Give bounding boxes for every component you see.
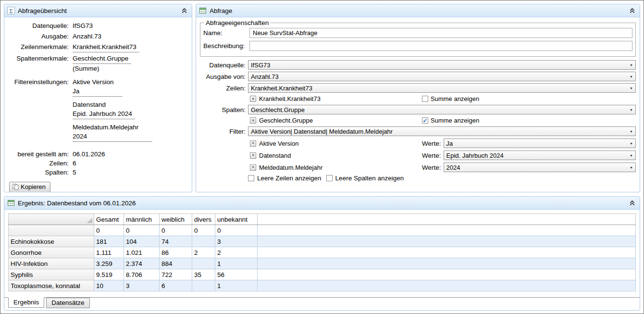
dropdown-arrow-icon xyxy=(630,63,633,67)
field-value: Geschlecht.Gruppe xyxy=(73,54,131,64)
spalten-item-row: Geschlecht.Gruppe Summe anzeigen xyxy=(248,117,636,124)
leere-spalten-checkbox[interactable] xyxy=(326,175,333,181)
summe-anzeigen-spalten-checkbox[interactable] xyxy=(422,117,428,124)
table-row: HIV-Infektion3.2592.3748841 xyxy=(9,258,636,269)
panel-abfrage: Abfrage Abfrageeigenschaften Name: Besch… xyxy=(196,4,640,192)
filter-name: Aktive Version xyxy=(73,77,189,87)
field-label: Zeilen: xyxy=(7,159,73,168)
datenquelle-label: Datenquelle: xyxy=(200,62,248,69)
filter-value: Epid. Jahrbuch 2024 xyxy=(73,110,135,119)
result-panel-title: Ergebnis: Datenbestand vom 06.01.2026 xyxy=(18,200,136,207)
row-label xyxy=(9,225,94,236)
remove-spalten-item-button[interactable] xyxy=(250,117,256,124)
filter-select[interactable]: Aktive Version| Datenstand| Meldedatum.M… xyxy=(248,126,636,136)
tab-datensaetze[interactable]: Datensätze xyxy=(46,298,89,308)
remove-filter-aktive-version-button[interactable] xyxy=(250,140,256,147)
overview-field-ausgabe: Ausgabe: Anzahl.73 xyxy=(7,32,189,41)
spalten-select[interactable]: Geschlecht.Gruppe xyxy=(248,105,636,114)
table-filler-cell xyxy=(258,236,636,247)
table-cell: 1.111 xyxy=(94,247,124,258)
filter-item-label: Meldedatum.Meldejahr xyxy=(259,164,322,171)
table-cell: 722 xyxy=(160,269,192,280)
result-table-body: 00000Echinokokkose181104743Gonorrhoe1.11… xyxy=(9,225,636,291)
panel-ergebnis: Ergebnis: Datenbestand vom 06.01.2026 Ge… xyxy=(4,196,640,311)
beschreibung-row: Beschreibung: xyxy=(203,41,632,51)
table-cell: 2.374 xyxy=(124,258,160,269)
name-input[interactable] xyxy=(249,28,632,38)
column-header-unbekannt: unbekannt xyxy=(215,214,258,225)
table-cell: 884 xyxy=(160,258,192,269)
dropdown-arrow-icon xyxy=(630,130,633,133)
filter-row: Filter: Aktive Version| Datenstand| Meld… xyxy=(200,126,636,136)
field-value: IfSG73 xyxy=(73,21,189,30)
leere-options-row: Leere Zeilen anzeigen Leere Spalten anze… xyxy=(248,175,636,182)
overview-panel-title: Abfrageübersicht xyxy=(18,7,67,14)
table-cell: 3.259 xyxy=(94,258,124,269)
field-value: Anzahl.73 xyxy=(73,32,189,41)
table-filler-cell xyxy=(258,225,636,236)
summe-anzeigen-zeilen-checkbox[interactable] xyxy=(422,96,428,102)
column-header-gesamt: Gesamt xyxy=(94,214,124,225)
collapse-result-button[interactable] xyxy=(629,200,636,207)
table-cell xyxy=(192,236,215,247)
leere-spalten-label: Leere Spalten anzeigen xyxy=(335,175,404,182)
remove-zeilen-item-button[interactable] xyxy=(250,96,256,102)
ausgabe-von-select[interactable]: Anzahl.73 xyxy=(248,72,636,81)
panel-abfrageuebersicht: Σ Abfrageübersicht Datenquelle: IfSG73 A… xyxy=(4,4,192,192)
field-label: bereit gestellt am: xyxy=(7,150,73,159)
table-cell: 0 xyxy=(94,225,124,236)
selected-value: Aktive Version| Datenstand| Meldedatum.M… xyxy=(251,128,393,135)
collapse-overview-button[interactable] xyxy=(181,7,188,14)
double-chevron-up-icon xyxy=(629,7,636,14)
table-cell: 56 xyxy=(215,269,258,280)
field-label: Zeilenmerkmale: xyxy=(7,42,73,52)
field-label: Spaltenmerkmale: xyxy=(7,54,73,73)
filter-value: 2024 xyxy=(73,132,152,142)
field-value: 06.01.2026 xyxy=(73,150,189,159)
table-cell: 181 xyxy=(94,236,124,247)
row-label: Gonorrhoe xyxy=(9,247,94,258)
overview-panel-header: Σ Abfrageübersicht xyxy=(4,4,192,17)
table-cell: 0 xyxy=(160,225,192,236)
zeilen-item-row: Krankheit.Krankheit73 Summe anzeigen xyxy=(248,95,636,102)
double-chevron-up-icon xyxy=(181,7,188,14)
summe-anzeigen-spalten-label: Summe anzeigen xyxy=(431,117,479,124)
table-cell xyxy=(192,258,215,269)
table-cell: 2 xyxy=(192,247,215,258)
selected-value: Geschlecht.Gruppe xyxy=(251,106,305,113)
selected-value: IfSG73 xyxy=(251,62,270,69)
dropdown-arrow-icon xyxy=(630,108,633,112)
leere-zeilen-checkbox[interactable] xyxy=(248,175,254,181)
werte-select-datenstand[interactable]: Epid. Jahrbuch 2024 xyxy=(444,151,636,160)
table-cell: 3 xyxy=(124,280,160,291)
header-filler-cell xyxy=(258,214,636,225)
tab-ergebnis[interactable]: Ergebnis xyxy=(8,297,44,308)
result-panel-body: Gesamt männlich weiblich divers unbekann… xyxy=(4,210,640,310)
field-label: Filtereinstellungen: xyxy=(7,77,73,145)
result-tabstrip: Ergebnis Datensätze xyxy=(4,297,640,310)
spalten-item-label: Geschlecht.Gruppe xyxy=(259,117,313,124)
table-cell: 0 xyxy=(124,225,160,236)
datenquelle-select[interactable]: IfSG73 xyxy=(248,60,636,70)
copy-icon xyxy=(12,184,19,190)
collapse-query-button[interactable] xyxy=(629,7,636,14)
beschreibung-input[interactable] xyxy=(249,41,632,51)
remove-filter-meldejahr-button[interactable] xyxy=(250,164,256,171)
werte-label: Werte: xyxy=(422,164,441,171)
filter-item-label: Datenstand xyxy=(259,152,291,159)
remove-filter-datenstand-button[interactable] xyxy=(250,152,256,159)
werte-select-aktive-version[interactable]: Ja xyxy=(444,138,636,148)
result-panel-header: Ergebnis: Datenbestand vom 06.01.2026 xyxy=(4,197,640,210)
zeilen-select[interactable]: Krankheit.Krankheit73 xyxy=(248,83,636,93)
werte-select-meldejahr[interactable]: 2024 xyxy=(444,163,636,172)
query-panel-header: Abfrage xyxy=(196,4,640,17)
table-filler-cell xyxy=(258,269,636,280)
field-label: Ausgabe: xyxy=(7,32,73,41)
selected-value: Epid. Jahrbuch 2024 xyxy=(446,152,504,159)
overview-field-zeilenmerkmale: Zeilenmerkmale: Krankheit.Krankheit73 xyxy=(7,42,189,52)
zeilen-item-label: Krankheit.Krankheit73 xyxy=(259,95,321,102)
name-label: Name: xyxy=(203,29,249,37)
dropdown-arrow-icon xyxy=(630,142,633,145)
filter-name: Meldedatum.Meldejahr xyxy=(73,123,189,132)
kopieren-button[interactable]: Kopieren xyxy=(9,182,50,192)
